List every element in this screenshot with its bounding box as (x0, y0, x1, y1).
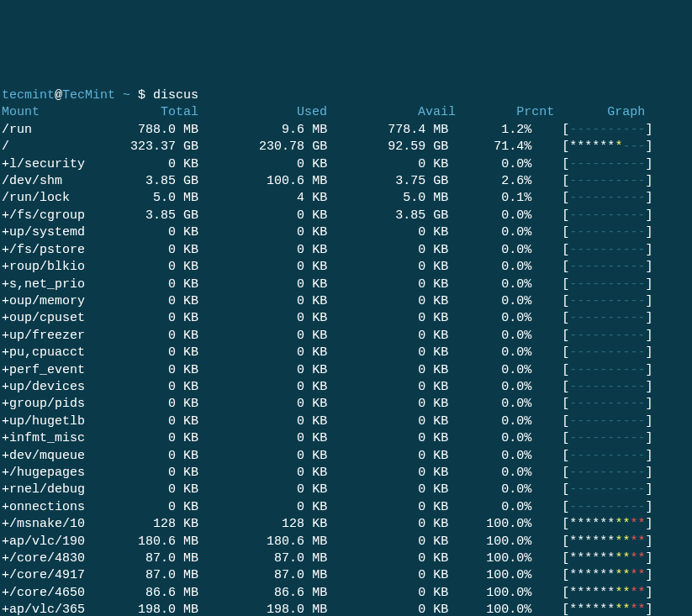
table-row: +rnel/debug 0 KB 0 KB 0 KB 0.0% [-------… (2, 482, 692, 498)
cell-prcnt: 100.0% (448, 534, 531, 549)
cell-total-unit: KB (183, 157, 198, 171)
cell-mount: +group/pids (2, 397, 92, 411)
col-avail: Avail (365, 105, 486, 119)
cell-total-unit: MB (183, 603, 198, 616)
cell-graph: [**********] (562, 603, 652, 616)
cell-graph: [----------] (562, 174, 652, 188)
cell-total-unit: MB (183, 586, 198, 600)
col-graph: Graph (607, 105, 645, 119)
cell-avail: 0 (327, 431, 425, 445)
cell-avail-unit: KB (433, 466, 448, 480)
cell-graph: [**********] (562, 534, 652, 549)
terminal[interactable]: tecmint@TecMint ~ $ discusMount Total Us… (0, 86, 692, 616)
cell-total-unit: KB (183, 517, 198, 531)
cell-avail-unit: KB (433, 157, 448, 171)
cell-total-unit: MB (183, 568, 198, 582)
cell-total: 0 (92, 414, 176, 429)
cell-graph: [----------] (562, 414, 652, 429)
cell-mount: +up/systemd (2, 225, 92, 240)
cell-avail-unit: GB (433, 174, 448, 188)
cell-prcnt: 0.0% (448, 277, 531, 292)
table-row: /run 788.0 MB 9.6 MB 778.4 MB 1.2% [----… (2, 122, 692, 139)
cell-prcnt: 100.0% (448, 603, 531, 616)
cell-used-unit: KB (312, 363, 327, 377)
cell-avail: 778.4 (327, 123, 425, 137)
cell-graph: [----------] (562, 260, 652, 274)
cell-prcnt: 0.0% (448, 329, 531, 343)
cell-total-unit: KB (183, 329, 198, 343)
table-row: +/fs/pstore 0 KB 0 KB 0 KB 0.0% [-------… (2, 242, 692, 259)
cell-total: 0 (92, 260, 176, 274)
cell-graph: [----------] (562, 157, 652, 171)
cell-total-unit: KB (183, 225, 198, 240)
cell-used: 86.6 (198, 586, 304, 600)
cell-used-unit: MB (312, 534, 327, 549)
cell-prcnt: 0.1% (448, 191, 531, 205)
prompt-sigil: $ (138, 88, 153, 103)
cell-used: 230.78 (198, 140, 304, 154)
table-row: +pu,cpuacct 0 KB 0 KB 0 KB 0.0% [-------… (2, 345, 692, 361)
table-row: +l/security 0 KB 0 KB 0 KB 0.0% [-------… (2, 156, 692, 173)
cell-used: 0 (198, 208, 304, 223)
cell-total: 0 (92, 311, 176, 325)
cell-prcnt: 0.0% (448, 225, 531, 240)
cell-graph: [----------] (562, 431, 652, 445)
cell-total-unit: KB (183, 363, 198, 377)
cell-graph: [----------] (562, 345, 652, 360)
cell-graph: [**********] (562, 551, 652, 566)
cell-mount: +rnel/debug (2, 482, 92, 497)
cell-avail: 0 (327, 482, 425, 497)
cell-avail: 0 (327, 568, 425, 582)
cell-total: 180.6 (92, 534, 176, 549)
cell-avail-unit: KB (433, 431, 448, 445)
cell-prcnt: 100.0% (448, 517, 531, 531)
cell-graph: [----------] (562, 380, 652, 394)
cell-total: 128 (92, 517, 176, 531)
cell-used: 0 (198, 243, 304, 257)
cell-avail-unit: MB (433, 191, 448, 205)
cell-used: 0 (198, 449, 304, 463)
cell-used-unit: KB (312, 517, 327, 531)
cell-used: 9.6 (198, 123, 304, 137)
cell-avail: 0 (327, 277, 425, 292)
cell-avail-unit: MB (433, 123, 448, 137)
cell-avail: 0 (327, 329, 425, 343)
cell-graph: [----------] (562, 191, 652, 205)
cell-avail-unit: KB (433, 482, 448, 497)
cell-total: 0 (92, 345, 176, 360)
cell-used: 0 (198, 225, 304, 240)
cell-total: 323.37 (92, 140, 176, 154)
cell-avail: 0 (327, 517, 425, 531)
cell-used-unit: KB (312, 157, 327, 171)
cell-total: 0 (92, 243, 176, 257)
cell-used-unit: KB (312, 500, 327, 514)
cell-used: 0 (198, 414, 304, 429)
cell-avail: 0 (327, 311, 425, 325)
cell-avail-unit: KB (433, 534, 448, 549)
cell-avail-unit: KB (433, 260, 448, 274)
cell-used-unit: KB (312, 449, 327, 463)
col-used: Used (229, 105, 365, 119)
cell-mount: +/msnake/10 (2, 517, 92, 531)
cell-prcnt: 0.0% (448, 397, 531, 411)
cell-total: 0 (92, 380, 176, 394)
table-row: +group/pids 0 KB 0 KB 0 KB 0.0% [-------… (2, 396, 692, 413)
cell-used-unit: MB (312, 174, 327, 188)
cell-used: 0 (198, 466, 304, 480)
cell-avail-unit: KB (433, 586, 448, 600)
cell-avail-unit: KB (433, 225, 448, 240)
cell-graph: [----------] (562, 123, 652, 137)
table-row: /run/lock 5.0 MB 4 KB 5.0 MB 0.1% [-----… (2, 190, 692, 207)
cell-avail-unit: KB (433, 551, 448, 566)
cell-used: 0 (198, 345, 304, 360)
cell-prcnt: 0.0% (448, 311, 531, 325)
cell-mount: /run/lock (2, 191, 92, 205)
cell-prcnt: 0.0% (448, 466, 531, 480)
cell-total-unit: MB (183, 534, 198, 549)
cell-mount: +/hugepages (2, 466, 92, 480)
cell-used-unit: KB (312, 294, 327, 308)
cell-used: 100.6 (198, 174, 304, 188)
cell-used-unit: MB (312, 551, 327, 566)
cell-avail-unit: KB (433, 311, 448, 325)
cell-prcnt: 0.0% (448, 431, 531, 445)
